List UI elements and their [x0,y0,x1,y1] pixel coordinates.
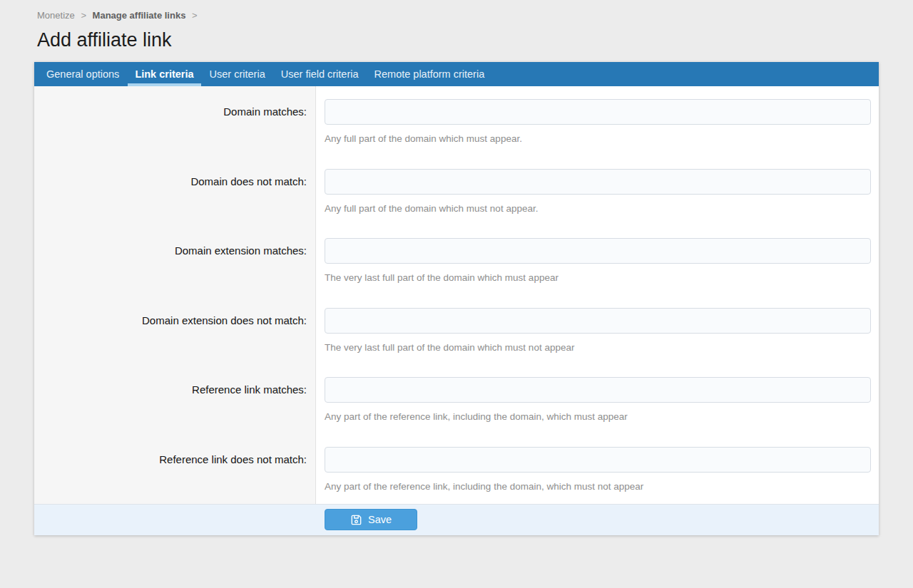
floppy-disk-icon [350,514,362,526]
field-main-domain-extension-does-not-match: The very last full part of the domain wh… [316,295,879,365]
field-hint-domain-extension-does-not-match: The very last full part of the domain wh… [325,342,871,353]
form-area: Domain matches: Any full part of the dom… [34,86,879,504]
save-button-label: Save [368,514,392,525]
tab-general-options[interactable]: General options [39,62,126,86]
breadcrumb-separator: > [81,10,86,21]
field-label-domain-extension-does-not-match: Domain extension does not match: [34,295,316,365]
content-box: General options Link criteria User crite… [34,62,879,535]
tab-user-criteria[interactable]: User criteria [203,62,272,86]
field-hint-domain-does-not-match: Any full part of the domain which must n… [325,203,871,214]
save-button[interactable]: Save [325,509,417,530]
breadcrumb-item-monetize: Monetize > [37,10,93,21]
breadcrumb-link-monetize[interactable]: Monetize [37,10,75,21]
field-main-domain-extension-matches: The very last full part of the domain wh… [316,225,879,295]
input-domain-extension-matches[interactable] [325,238,871,264]
input-reference-link-does-not-match[interactable] [325,447,871,473]
input-domain-matches[interactable] [325,99,871,125]
breadcrumb-separator: > [192,10,198,21]
field-main-reference-link-does-not-match: Any part of the reference link, includin… [316,434,879,504]
breadcrumb-link-manage-affiliate-links[interactable]: Manage affiliate links [93,10,186,21]
tab-user-field-criteria[interactable]: User field criteria [274,62,366,86]
field-hint-reference-link-does-not-match: Any part of the reference link, includin… [325,481,871,492]
field-main-reference-link-matches: Any part of the reference link, includin… [316,364,879,434]
input-reference-link-matches[interactable] [325,377,871,403]
form-row-domain-matches: Domain matches: Any full part of the dom… [34,86,879,156]
field-main-domain-does-not-match: Any full part of the domain which must n… [316,156,879,226]
field-hint-reference-link-matches: Any part of the reference link, includin… [325,411,871,422]
breadcrumb: Monetize > Manage affiliate links > [0,0,913,21]
form-row-reference-link-matches: Reference link matches: Any part of the … [34,364,879,434]
form-row-domain-extension-does-not-match: Domain extension does not match: The ver… [34,295,879,365]
form-row-reference-link-does-not-match: Reference link does not match: Any part … [34,434,879,504]
input-domain-extension-does-not-match[interactable] [325,308,871,334]
tab-link-criteria[interactable]: Link criteria [128,62,200,86]
tab-remote-platform-criteria[interactable]: Remote platform criteria [367,62,492,86]
field-main-domain-matches: Any full part of the domain which must a… [316,86,879,156]
form-row-domain-extension-matches: Domain extension matches: The very last … [34,225,879,295]
page-title: Add affiliate link [37,29,913,51]
field-label-domain-does-not-match: Domain does not match: [34,156,316,226]
form-footer: Save [34,504,879,535]
field-label-domain-matches: Domain matches: [34,86,316,156]
field-hint-domain-matches: Any full part of the domain which must a… [325,133,871,144]
field-label-domain-extension-matches: Domain extension matches: [34,225,316,295]
field-label-reference-link-matches: Reference link matches: [34,364,316,434]
tab-bar: General options Link criteria User crite… [34,62,879,86]
breadcrumb-item-manage-affiliate-links: Manage affiliate links > [93,10,201,21]
field-label-reference-link-does-not-match: Reference link does not match: [34,434,316,504]
field-hint-domain-extension-matches: The very last full part of the domain wh… [325,272,871,283]
input-domain-does-not-match[interactable] [325,169,871,195]
admin-page: Monetize > Manage affiliate links > Add … [0,0,913,535]
form-row-domain-does-not-match: Domain does not match: Any full part of … [34,156,879,226]
